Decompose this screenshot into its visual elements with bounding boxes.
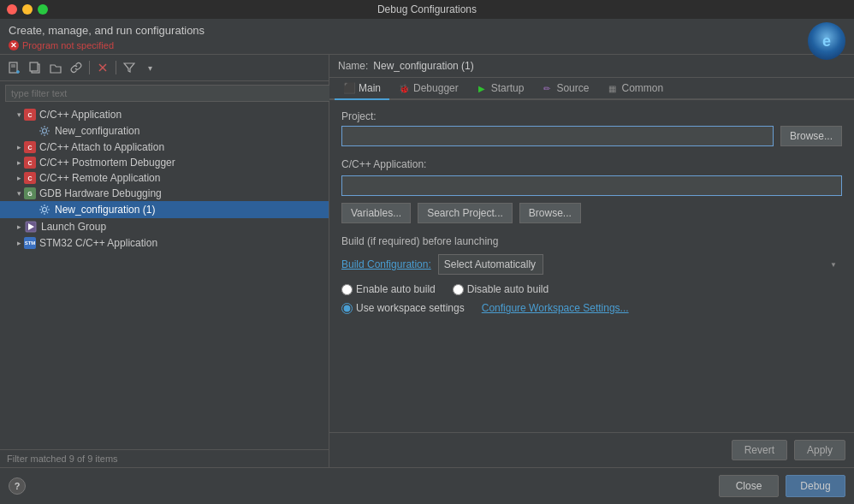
tab-source-label: Source [556, 82, 589, 94]
delete-button[interactable] [93, 58, 112, 77]
workspace-settings-link[interactable]: Configure Workspace Settings... [482, 302, 629, 314]
duplicate-button[interactable] [26, 58, 44, 77]
build-config-select[interactable]: Select Automatically Debug Release [438, 254, 543, 275]
toolbar-separator [89, 61, 90, 74]
tree-item-label: C/C++ Postmortem Debugger [39, 157, 175, 169]
tree-item-label: C/C++ Attach to Application [39, 141, 164, 153]
enable-auto-build-input[interactable] [341, 284, 353, 295]
right-panel: Name: New_configuration (1) ⬛ Main 🐞 Deb… [329, 55, 854, 467]
tree-item-label: STM32 C/C++ Application [39, 237, 157, 249]
left-panel: ▾ ▾ C C/C++ Application ▸ [0, 55, 329, 467]
cpp-icon: C [24, 157, 36, 169]
project-group: Project: Browse... [341, 110, 842, 146]
name-value: New_configuration (1) [373, 60, 473, 72]
search-project-button[interactable]: Search Project... [418, 203, 513, 223]
tree-item-label: Launch Group [41, 221, 106, 233]
close-window-button[interactable] [7, 4, 17, 15]
tab-main-label: Main [359, 82, 381, 94]
build-group: Build (if required) before launching Bui… [341, 235, 842, 314]
header-title: Create, manage, and run configurations [9, 24, 845, 37]
filter-input[interactable] [5, 85, 334, 102]
title-bar: Debug Configurations [0, 0, 854, 19]
tab-startup-label: Startup [491, 82, 525, 94]
disable-auto-build-label: Disable auto build [467, 283, 549, 295]
tree-item-label: C/C++ Application [39, 109, 122, 121]
tab-startup[interactable]: ▶ Startup [467, 78, 533, 100]
enable-auto-build-radio[interactable]: Enable auto build [341, 283, 436, 295]
build-config-link[interactable]: Build Configuration: [341, 258, 431, 270]
tree-area: ▾ C C/C++ Application ▸ New_configuratio… [0, 105, 329, 449]
tree-item[interactable]: ▾ G GDB Hardware Debugging [0, 186, 329, 201]
link-button[interactable] [67, 58, 86, 77]
tab-main[interactable]: ⬛ Main [335, 78, 389, 100]
tab-common-label: Common [621, 82, 663, 94]
tree-item[interactable]: ▸ C C/C++ Attach to Application [0, 139, 329, 155]
tab-debugger[interactable]: 🐞 Debugger [389, 78, 467, 100]
error-icon: ✕ [9, 40, 19, 50]
tree-item-label: New_configuration [55, 125, 139, 137]
common-tab-icon: ▦ [606, 82, 618, 94]
filter-button[interactable] [120, 58, 139, 77]
use-workspace-radio[interactable]: Use workspace settings [341, 302, 465, 314]
tab-source[interactable]: ✏ Source [532, 78, 597, 100]
expand-arrow: ▾ [14, 188, 24, 199]
cpp-icon: C [24, 109, 36, 121]
cpp-app-group: C/C++ Application: Variables... Search P… [341, 158, 842, 223]
variables-button[interactable]: Variables... [341, 203, 411, 223]
gear-icon [38, 203, 51, 216]
tree-item[interactable]: ▸ STM STM32 C/C++ Application [0, 235, 329, 251]
open-button[interactable] [46, 58, 65, 77]
app-logo: e [808, 22, 845, 60]
bottom-bar: ? Close Debug [0, 467, 854, 504]
more-button[interactable]: ▾ [140, 58, 159, 77]
cpp-app-input[interactable] [341, 175, 842, 196]
expand-arrow: ▸ [14, 173, 24, 183]
content-area: ▾ ▾ C C/C++ Application ▸ [0, 55, 854, 467]
svg-point-9 [43, 129, 47, 133]
disable-auto-build-radio[interactable]: Disable auto build [453, 283, 549, 295]
svg-point-10 [43, 208, 47, 212]
apply-button[interactable]: Apply [794, 440, 845, 460]
project-input[interactable] [341, 126, 774, 146]
bottom-left: ? [9, 477, 26, 495]
debug-button[interactable]: Debug [786, 475, 845, 497]
close-button[interactable]: Close [719, 475, 779, 497]
tab-debugger-label: Debugger [413, 82, 459, 94]
tree-item[interactable]: ▸ New_configuration [0, 122, 329, 139]
gdb-icon: G [24, 187, 36, 199]
tree-item[interactable]: ▸ Launch Group [0, 218, 329, 235]
help-button[interactable]: ? [9, 477, 26, 495]
use-workspace-label: Use workspace settings [356, 302, 465, 314]
cpp-app-browse-button[interactable]: Browse... [519, 203, 581, 223]
tree-item[interactable]: ▾ C C/C++ Application [0, 107, 329, 122]
radio-group-1: Enable auto build Disable auto build [341, 283, 842, 295]
cpp-app-input-row [341, 175, 842, 196]
error-text: Program not specified [22, 40, 114, 50]
tabs-row: ⬛ Main 🐞 Debugger ▶ Startup ✏ Source ▦ [329, 78, 854, 100]
expand-arrow: ▸ [14, 157, 24, 168]
bottom-right: Close Debug [719, 475, 845, 497]
expand-arrow: ▸ [14, 142, 24, 152]
radio-group-2: Use workspace settings Configure Workspa… [341, 302, 842, 314]
cpp-app-label: C/C++ Application: [341, 158, 426, 170]
startup-tab-icon: ▶ [476, 82, 488, 94]
tab-common[interactable]: ▦ Common [597, 78, 672, 100]
window-controls[interactable] [7, 4, 48, 15]
revert-apply-area: Revert Apply [329, 432, 854, 467]
maximize-window-button[interactable] [38, 4, 48, 15]
tree-item-selected[interactable]: ▸ New_configuration (1) [0, 201, 329, 218]
gear-icon [38, 124, 51, 138]
main-tab-icon: ⬛ [343, 82, 355, 94]
tree-item[interactable]: ▸ C C/C++ Postmortem Debugger [0, 155, 329, 170]
name-label: Name: [338, 60, 368, 72]
disable-auto-build-input[interactable] [453, 284, 464, 295]
use-workspace-input[interactable] [341, 303, 353, 314]
new-config-button[interactable] [5, 58, 24, 77]
project-browse-button[interactable]: Browse... [780, 126, 842, 146]
main-container: Create, manage, and run configurations ✕… [0, 19, 854, 504]
revert-button[interactable]: Revert [732, 440, 787, 460]
minimize-window-button[interactable] [22, 4, 33, 15]
vars-row: Variables... Search Project... Browse... [341, 203, 842, 223]
tree-item[interactable]: ▸ C C/C++ Remote Application [0, 170, 329, 186]
tree-item-label: New_configuration (1) [55, 204, 155, 216]
